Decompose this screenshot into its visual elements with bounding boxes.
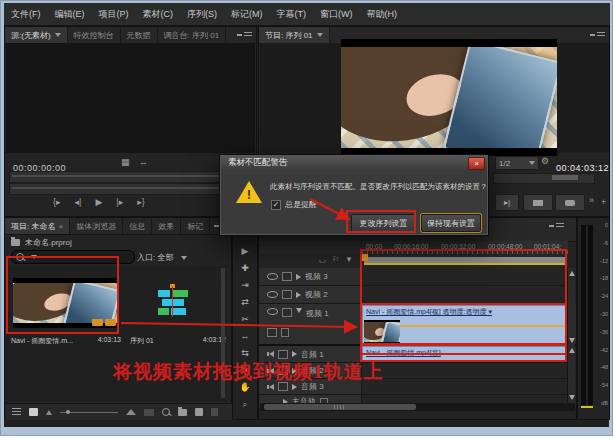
menu-title[interactable]: 字幕(T) bbox=[270, 8, 314, 21]
chevron-down-icon[interactable] bbox=[55, 33, 61, 37]
collapse-icon[interactable] bbox=[296, 308, 302, 313]
goto-out-button[interactable]: ▸} bbox=[137, 197, 145, 207]
slip-tool[interactable]: ↔ bbox=[241, 331, 250, 341]
menu-marker[interactable]: 标记(M) bbox=[224, 8, 270, 21]
new-item-icon[interactable] bbox=[195, 408, 203, 416]
track-lock-icon[interactable] bbox=[282, 272, 292, 281]
track-label[interactable]: 视频 1 bbox=[306, 308, 329, 319]
track-lane[interactable] bbox=[362, 379, 576, 394]
effects-toggle-icon[interactable]: ⚐ bbox=[332, 255, 339, 264]
play-button[interactable]: ▶ bbox=[95, 197, 102, 207]
more-buttons[interactable]: » bbox=[589, 195, 594, 205]
add-button-icon[interactable]: + bbox=[601, 197, 606, 207]
chevron-down-icon[interactable] bbox=[317, 33, 323, 37]
sequence-icon[interactable] bbox=[150, 284, 194, 322]
thumb-size-slider[interactable] bbox=[60, 412, 118, 413]
menu-window[interactable]: 窗口(W) bbox=[313, 8, 360, 21]
goto-in-button[interactable]: {▸ bbox=[53, 197, 61, 207]
automate-to-sequence-icon[interactable] bbox=[144, 409, 154, 416]
hscrollbar-thumb[interactable] bbox=[264, 404, 416, 410]
find-icon[interactable] bbox=[162, 408, 170, 416]
zoom-in-icon[interactable] bbox=[126, 409, 136, 415]
expand-icon[interactable] bbox=[296, 274, 301, 280]
new-bin-icon[interactable] bbox=[178, 409, 187, 416]
tab-project[interactable]: 项目: 未命名 × bbox=[5, 218, 70, 234]
zoom-out-icon[interactable] bbox=[46, 410, 52, 415]
tab-program[interactable]: 节目: 序列 01 bbox=[259, 27, 330, 43]
menu-file[interactable]: 文件(F) bbox=[4, 8, 48, 21]
track-lane[interactable] bbox=[362, 363, 576, 378]
track-label[interactable]: 视频 2 bbox=[305, 289, 328, 300]
settings-wrench-icon[interactable]: ⚙ bbox=[541, 156, 549, 166]
sequence-name[interactable]: 序列 01 bbox=[130, 336, 154, 346]
track-lock-icon[interactable] bbox=[282, 308, 292, 317]
razor-tool[interactable]: ✂ bbox=[241, 314, 249, 324]
checkbox-label: 总是提醒 bbox=[285, 199, 317, 210]
timeline-hscrollbar[interactable] bbox=[260, 403, 575, 411]
expand-icon[interactable] bbox=[296, 292, 301, 298]
checkbox-check-icon[interactable]: ✓ bbox=[271, 200, 281, 210]
track-lock-icon[interactable] bbox=[282, 290, 292, 299]
clip-name[interactable]: Navi - 摇圈爱情.m... bbox=[11, 336, 73, 346]
panel-menu-icon[interactable] bbox=[586, 27, 609, 43]
zoom-tool[interactable]: ⌕ bbox=[242, 399, 247, 410]
track-visible-icon[interactable] bbox=[267, 273, 278, 280]
trash-icon[interactable] bbox=[211, 408, 218, 416]
always-warn-checkbox[interactable]: ✓ 总是提醒 bbox=[271, 199, 317, 210]
menu-project[interactable]: 项目(P) bbox=[92, 8, 136, 21]
ripple-edit-tool[interactable]: ⇥ bbox=[241, 280, 249, 290]
panel-menu-icon[interactable] bbox=[233, 27, 256, 43]
source-scrubbar[interactable] bbox=[9, 171, 254, 183]
program-zoombar[interactable] bbox=[493, 173, 595, 184]
menu-edit[interactable]: 编辑(E) bbox=[48, 8, 92, 21]
film-icon[interactable]: ▦ bbox=[121, 157, 130, 167]
rolling-edit-tool[interactable]: ⇄ bbox=[241, 297, 249, 307]
project-tabs: 项目: 未命名 × 媒体浏览器 信息 效果 标记 bbox=[5, 218, 231, 235]
tab-media-browser[interactable]: 媒体浏览器 bbox=[70, 218, 123, 234]
playback-resolution-select[interactable]: 1/2 bbox=[495, 156, 539, 170]
track-scrollbar[interactable] bbox=[567, 268, 575, 403]
menu-clip[interactable]: 素材(C) bbox=[136, 8, 181, 21]
folder-icon bbox=[11, 239, 20, 246]
tab-effects[interactable]: 效果 bbox=[152, 218, 181, 234]
lift-button[interactable] bbox=[523, 194, 553, 211]
tab-info[interactable]: 信息 bbox=[123, 218, 152, 234]
expand-icon[interactable] bbox=[292, 351, 297, 357]
extract-button[interactable] bbox=[555, 194, 585, 211]
tab-source[interactable]: 源:(无素材) bbox=[5, 27, 68, 43]
track-lock-icon[interactable] bbox=[278, 350, 288, 359]
track-visible-icon[interactable] bbox=[267, 291, 278, 298]
tab-effect-controls[interactable]: 特效控制台 bbox=[68, 27, 121, 43]
tab-audio-mixer[interactable]: 调音台: 序列 01 bbox=[158, 27, 227, 43]
menu-sequence[interactable]: 序列(S) bbox=[180, 8, 224, 21]
slide-tool[interactable]: ⇆ bbox=[241, 348, 249, 358]
source-zoombar[interactable] bbox=[9, 183, 254, 195]
fit-icon[interactable]: ↔ bbox=[139, 157, 148, 167]
track-label[interactable]: 视频 3 bbox=[305, 271, 328, 282]
goto-next-edit-button[interactable]: ▸| bbox=[495, 194, 519, 211]
zoombar-thumb[interactable] bbox=[552, 175, 578, 180]
track-label[interactable]: 音频 1 bbox=[301, 349, 324, 360]
track-select-tool[interactable]: ✚ bbox=[241, 263, 249, 273]
panel-menu-icon[interactable] bbox=[545, 223, 568, 229]
track-mute-icon[interactable] bbox=[267, 351, 274, 357]
icon-view-icon[interactable] bbox=[29, 408, 38, 416]
step-back-button[interactable]: ◂| bbox=[75, 197, 82, 207]
meter-scale: 0-6 -12-18 -24-30 -36-42 -48-54 dB bbox=[595, 222, 608, 406]
list-view-icon[interactable] bbox=[12, 408, 21, 416]
keyframe-controls[interactable] bbox=[267, 328, 289, 337]
tab-markers[interactable]: 标记 bbox=[181, 218, 210, 234]
step-forward-button[interactable]: |▸ bbox=[116, 197, 123, 207]
entry-filter-select[interactable]: 入口: 全部 bbox=[137, 252, 187, 263]
close-icon[interactable]: × bbox=[58, 222, 63, 231]
menu-help[interactable]: 帮助(H) bbox=[360, 8, 405, 21]
selection-tool[interactable]: ▶ bbox=[242, 246, 249, 256]
snap-icon[interactable]: ◡ bbox=[319, 255, 326, 264]
keep-existing-settings-button[interactable]: 保持现有设置 bbox=[421, 214, 481, 232]
close-button[interactable]: × bbox=[468, 157, 485, 170]
dialog-title[interactable]: 素材不匹配警告 bbox=[221, 156, 487, 170]
tab-metadata[interactable]: 元数据 bbox=[121, 27, 158, 43]
track-visible-icon[interactable] bbox=[267, 308, 278, 315]
marker-icon[interactable]: ▼ bbox=[345, 255, 353, 264]
menu-bar: 文件(F) 编辑(E) 项目(P) 素材(C) 序列(S) 标记(M) 字幕(T… bbox=[4, 3, 610, 26]
